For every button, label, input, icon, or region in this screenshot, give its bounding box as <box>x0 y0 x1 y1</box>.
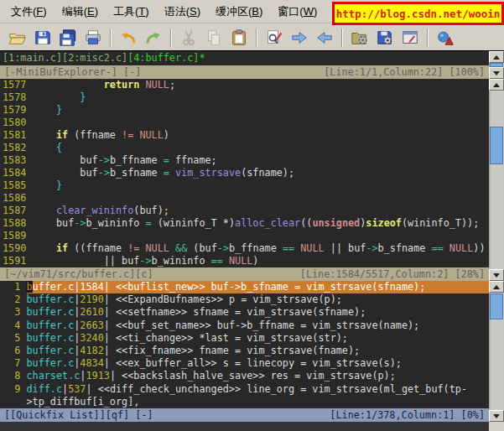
code-line[interactable]: 1591 || buf->b_wininfo == NULL) <box>0 255 489 267</box>
code-token: buffer.c <box>26 293 74 305</box>
run-script-icon[interactable] <box>398 27 422 49</box>
line-number: 4 <box>3 319 26 331</box>
line-number: 1581 <box>3 129 33 141</box>
menu-item-edit[interactable]: 编辑(E) <box>55 1 106 23</box>
code-line[interactable]: 1581 if (ffname != NULL) <box>0 129 489 142</box>
menu-item-buffers[interactable]: 缓冲区(B) <box>208 1 270 23</box>
buffer-status-left: [~/vim71/src/buffer.c][c] <box>4 267 153 281</box>
menu-item-file[interactable]: 文件(F) <box>3 1 55 23</box>
code-line[interactable]: 1585 } <box>0 179 489 192</box>
quickfix-entry[interactable]: >tp_diffbuf[i_org], <box>0 396 489 408</box>
code-token <box>33 242 56 254</box>
buffer-list-line[interactable]: [1:main.c][2:misc2.c][4:buffer.c]* <box>0 51 489 65</box>
code-line[interactable]: 1579 } <box>0 104 489 117</box>
code-token: | <<backslash_halve_save>> res = vim_str… <box>110 370 396 382</box>
code-token: NULL <box>139 129 163 141</box>
mbe-scrollbar[interactable] <box>489 51 504 79</box>
mbe-status-left: [-MiniBufExplorer-] [-] <box>4 65 141 79</box>
code-line[interactable]: 1587 clear_wininfo(buf); <box>0 205 489 217</box>
code-token <box>444 242 449 254</box>
menu-item-tools[interactable]: 工具(T) <box>106 1 157 23</box>
code-token: (( <box>300 217 312 229</box>
quickfix-entry[interactable]: 7 buffer.c|4834| <<ex_buffer_all>> s = l… <box>0 357 489 370</box>
line-number: 5 <box>3 332 26 344</box>
quickfix-scroll-down-button[interactable] <box>489 410 504 422</box>
line-number: 1591 <box>3 255 33 267</box>
inactive-buffer-tabs[interactable]: [1:main.c][2:misc2.c] <box>3 52 127 64</box>
code-token: != <box>122 129 133 141</box>
code-line[interactable]: 1577 return NULL; <box>0 79 489 91</box>
redo-icon[interactable] <box>142 27 165 49</box>
code-token: -> <box>217 242 229 254</box>
quickfix-entry[interactable]: 2 buffer.c|2190| <<ExpandBufnames>> p = … <box>0 293 489 306</box>
quickfix-entry[interactable]: 6 buffer.c|4182| <<fix_fname>> fname = v… <box>0 345 489 357</box>
save-file-icon[interactable] <box>31 27 55 49</box>
save-all-icon[interactable] <box>56 27 80 49</box>
quickfix-entry[interactable]: 5 buffer.c|3240| <<ti_change>> *last = v… <box>0 332 489 345</box>
quickfix-scroll-thumb[interactable] <box>490 293 503 319</box>
code-scroll-up-button[interactable] <box>489 79 504 91</box>
code-token: 4834 <box>80 357 103 369</box>
load-session-icon[interactable] <box>348 27 372 49</box>
mbe-status-right: [Line:1/1,Column:22] [100%] <box>324 65 485 79</box>
quickfix-statusline[interactable]: [[Quickfix List]][qf] [-] [Line:1/378,Co… <box>0 408 489 422</box>
mbe-scroll-down-button[interactable] <box>489 67 504 79</box>
code-line[interactable]: 1590 if ((ffname != NULL && (buf->b_ffna… <box>0 242 489 255</box>
menu-item-window[interactable]: 窗口(W) <box>270 1 325 23</box>
quickfix-entry[interactable]: 4 buffer.c|2663| <<buf_set_name>> buf->b… <box>0 319 489 332</box>
code-line[interactable]: 1582 { <box>0 142 489 154</box>
code-token: | <<fix_fname>> fname = vim_strsave(fnam… <box>104 345 360 356</box>
code-line[interactable]: 1588 buf->b_wininfo = (wininfo_T *)alloc… <box>0 217 489 230</box>
line-number: 1579 <box>3 104 33 116</box>
mbe-scroll-up-button[interactable] <box>489 51 504 63</box>
minibufexplorer-window[interactable]: [1:main.c][2:misc2.c][4:buffer.c]* <box>0 51 489 65</box>
toolbar-separator <box>256 29 257 47</box>
build-tags-icon[interactable] <box>434 27 457 49</box>
code-window[interactable]: 1577 return NULL;1578 }1579 }1580 1581 i… <box>0 79 489 267</box>
find-replace-icon[interactable] <box>262 27 286 49</box>
menu-item-syntax[interactable]: 语法(S) <box>157 1 208 23</box>
undo-icon[interactable] <box>117 27 140 49</box>
code-scroll-thumb[interactable] <box>490 127 503 164</box>
code-token <box>169 167 175 179</box>
save-session-icon[interactable] <box>373 27 397 49</box>
code-token: -> <box>139 255 151 267</box>
command-line[interactable]: :cw <box>0 422 489 431</box>
print-icon[interactable] <box>81 27 105 49</box>
open-file-icon[interactable] <box>6 27 29 49</box>
quickfix-window[interactable]: 1 buffer.c|1584| <<buflist_new>> buf->b_… <box>0 281 489 408</box>
code-line[interactable]: 1586 <box>0 192 489 205</box>
code-line[interactable]: 1584 buf->b_sfname = vim_strsave(sfname)… <box>0 167 489 179</box>
code-line[interactable]: 1583 buf->b_ffname = ffname; <box>0 154 489 167</box>
code-token: -> <box>366 242 377 254</box>
code-token: buf <box>33 167 98 179</box>
line-number: 1582 <box>3 142 33 153</box>
find-prev-icon[interactable] <box>313 27 336 49</box>
quickfix-entry[interactable]: 8 charset.c|1913| <<backslash_halve_save… <box>0 370 489 382</box>
code-token: b_sfname <box>110 167 164 179</box>
code-token <box>223 255 229 267</box>
code-line[interactable]: 1580 <box>0 117 489 129</box>
quickfix-entry-selected[interactable]: 1 buffer.c|1584| <<buflist_new>> buf->b_… <box>0 281 489 293</box>
code-token: b_ffname <box>229 242 283 254</box>
code-token: (wininfo_T *) <box>152 217 235 229</box>
find-next-icon[interactable] <box>288 27 311 49</box>
code-scroll-down-button[interactable] <box>489 269 504 281</box>
minibufexplorer-statusline[interactable]: [-MiniBufExplorer-] [-] [Line:1/1,Column… <box>0 65 489 79</box>
quickfix-scrollbar[interactable] <box>489 281 504 422</box>
active-buffer-tab[interactable]: [4:buffer.c]* <box>127 52 205 64</box>
quickfix-scroll-up-button[interactable] <box>489 281 504 293</box>
code-line[interactable]: 1589 <box>0 230 489 242</box>
code-token: NULL <box>146 242 169 254</box>
quickfix-entry[interactable]: 3 buffer.c|2610| <<setfname>> sfname = v… <box>0 306 489 319</box>
code-token: } <box>33 104 63 116</box>
code-scrollbar[interactable] <box>489 79 504 281</box>
quickfix-entry[interactable]: 9 diff.c|537| <<diff_check_unchanged>> l… <box>0 383 489 396</box>
code-token: 1913 <box>86 370 109 382</box>
paste-icon[interactable] <box>227 27 251 49</box>
code-line[interactable]: 1578 } <box>0 91 489 104</box>
code-token: unsigned <box>312 217 360 229</box>
code-token: } <box>33 179 63 191</box>
code-token: buffer.c <box>26 332 74 344</box>
buffer-statusline[interactable]: [~/vim71/src/buffer.c][c] [Line:1584/551… <box>0 267 489 281</box>
